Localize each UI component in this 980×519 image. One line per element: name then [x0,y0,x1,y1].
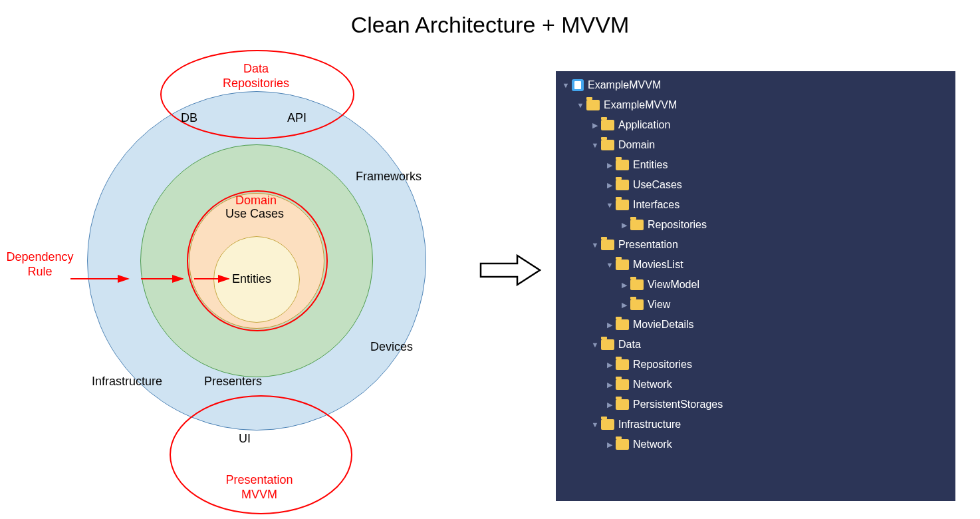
folder-icon [616,439,629,450]
tree-folder[interactable]: ▶Repositories [556,215,955,235]
label-frameworks: Frameworks [356,169,422,184]
disclosure-right-icon[interactable]: ▶ [605,321,614,329]
folder-icon [616,260,629,270]
disclosure-right-icon[interactable]: ▶ [605,361,614,369]
project-icon [572,79,584,91]
disclosure-down-icon[interactable]: ▼ [605,261,614,269]
label-ui: UI [239,431,251,446]
maps-to-arrow-icon [479,252,543,289]
folder-icon [601,140,614,150]
disclosure-right-icon[interactable]: ▶ [605,181,614,190]
tree-item-label: Domain [618,139,655,151]
folder-icon [616,160,629,170]
folder-icon [586,100,600,110]
folder-icon [630,220,644,230]
tree-folder[interactable]: ▼Interfaces [556,195,955,215]
disclosure-down-icon[interactable]: ▼ [590,141,600,149]
folder-icon [601,339,614,350]
diagram-stage: Clean Architecture + MVVM Data Repositor… [0,0,980,519]
project-tree: ▼ExampleMVVM▼ExampleMVVM▶Application▼Dom… [556,71,955,501]
folder-icon [601,240,614,250]
label-use-cases: Use Cases [225,206,284,221]
folder-icon [616,319,629,330]
disclosure-right-icon[interactable]: ▶ [605,381,614,389]
tree-item-label: PersistentStorages [633,399,723,411]
tree-item-label: Interfaces [633,199,679,211]
tree-folder[interactable]: ▶PersistentStorages [556,395,955,415]
folder-icon [601,419,614,430]
tree-folder[interactable]: ▶Application [556,115,955,135]
disclosure-right-icon[interactable]: ▶ [605,161,614,170]
folder-icon [630,279,644,290]
label-devices: Devices [370,339,413,354]
tree-item-label: Entities [633,159,668,171]
tree-item-label: Application [618,119,670,131]
tree-item-label: Infrastructure [618,419,681,431]
disclosure-down-icon[interactable]: ▼ [590,241,600,249]
tree-item-label: Repositories [633,359,692,371]
tree-folder[interactable]: ▶Network [556,375,955,395]
folder-icon [616,399,629,410]
folder-icon [616,180,629,190]
tree-item-label: ExampleMVVM [588,79,661,91]
tree-project-root[interactable]: ▼ExampleMVVM [556,75,955,95]
tree-item-label: Network [633,438,672,450]
disclosure-down-icon[interactable]: ▼ [576,101,585,109]
label-domain: Domain [216,193,296,208]
label-presentation: Presentation MVVM [199,472,319,502]
tree-folder[interactable]: ▼MoviesList [556,255,955,275]
tree-folder[interactable]: ▶Repositories [556,355,955,375]
tree-item-label: Presentation [618,239,678,251]
folder-icon [601,120,614,130]
tree-item-label: ViewModel [648,279,699,291]
label-infrastructure: Infrastructure [92,374,162,389]
folder-icon [616,379,629,390]
page-title: Clean Architecture + MVVM [0,12,980,38]
tree-folder[interactable]: ▶UseCases [556,175,955,195]
tree-folder[interactable]: ▶View [556,295,955,315]
disclosure-right-icon[interactable]: ▶ [605,440,614,449]
tree-folder[interactable]: ▶Network [556,434,955,454]
label-presenters: Presenters [204,374,262,389]
tree-folder[interactable]: ▼Infrastructure [556,415,955,434]
label-data-repositories: Data Repositories [193,61,319,90]
disclosure-right-icon[interactable]: ▶ [620,281,629,289]
disclosure-right-icon[interactable]: ▶ [605,401,614,409]
label-db: DB [181,110,197,125]
tree-item-label: Repositories [648,219,707,231]
disclosure-right-icon[interactable]: ▶ [590,121,600,130]
folder-icon [630,299,644,310]
label-api: API [287,110,306,125]
tree-folder[interactable]: ▶Entities [556,155,955,175]
disclosure-down-icon[interactable]: ▼ [590,341,600,349]
disclosure-down-icon[interactable]: ▼ [605,201,614,209]
tree-folder[interactable]: ▼Domain [556,135,955,155]
disclosure-down-icon[interactable]: ▼ [561,81,570,89]
tree-item-label: UseCases [633,179,682,191]
tree-folder[interactable]: ▼Presentation [556,235,955,255]
disclosure-right-icon[interactable]: ▶ [620,221,629,230]
tree-folder[interactable]: ▼Data [556,335,955,355]
disclosure-right-icon[interactable]: ▶ [620,301,629,309]
folder-icon [616,359,629,370]
tree-item-label: MovieDetails [633,319,694,331]
dependency-arrow-icon [0,269,233,289]
disclosure-down-icon[interactable]: ▼ [590,421,600,429]
tree-folder[interactable]: ▶MovieDetails [556,315,955,335]
tree-item-label: ExampleMVVM [604,99,677,111]
tree-folder[interactable]: ▼ExampleMVVM [556,95,955,115]
tree-item-label: Network [633,379,672,391]
tree-item-label: View [648,299,670,311]
folder-icon [616,200,629,210]
label-entities: Entities [232,271,271,286]
tree-folder[interactable]: ▶ViewModel [556,275,955,295]
tree-item-label: Data [618,339,641,351]
tree-item-label: MoviesList [633,259,683,271]
